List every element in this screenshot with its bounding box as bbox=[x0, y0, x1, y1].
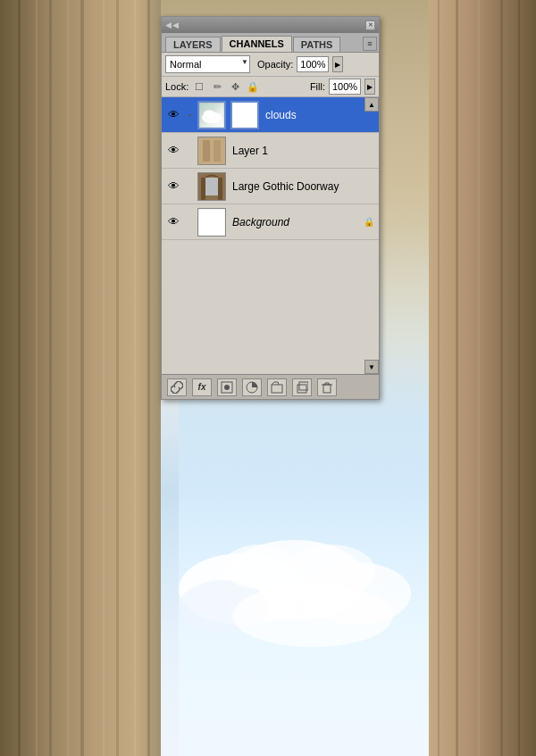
svg-point-35 bbox=[224, 385, 230, 390]
group-layers-button[interactable] bbox=[267, 378, 287, 396]
layers-list: 👁 ▪ clouds 👁 bbox=[162, 97, 379, 374]
link-spacer-background bbox=[184, 214, 195, 230]
svg-rect-2 bbox=[36, 0, 38, 756]
panel-menu-button[interactable]: ≡ bbox=[363, 37, 377, 51]
svg-rect-11 bbox=[438, 0, 440, 756]
svg-rect-27 bbox=[203, 140, 210, 162]
svg-rect-1 bbox=[18, 0, 21, 756]
svg-rect-31 bbox=[218, 178, 222, 200]
link-layers-button[interactable] bbox=[167, 378, 187, 396]
tab-paths[interactable]: PATHS bbox=[293, 37, 341, 52]
svg-rect-9 bbox=[147, 0, 150, 756]
visibility-icon-layer1[interactable]: 👁 bbox=[165, 143, 181, 159]
layer-name-layer1: Layer 1 bbox=[232, 145, 375, 157]
svg-rect-33 bbox=[198, 209, 225, 236]
link-spacer-gothic bbox=[184, 179, 195, 195]
arch-right bbox=[429, 0, 536, 756]
svg-rect-4 bbox=[67, 0, 69, 756]
lock-position-btn[interactable]: ✥ bbox=[228, 79, 242, 94]
layer-mask-clouds bbox=[230, 101, 259, 129]
blend-opacity-row: Normal Dissolve Multiply Screen Overlay … bbox=[162, 53, 379, 77]
layer-name-gothic: Large Gothic Doorway bbox=[232, 180, 375, 193]
layer-thumb-clouds bbox=[197, 101, 226, 129]
svg-rect-32 bbox=[205, 178, 218, 195]
delete-layer-button[interactable] bbox=[317, 378, 337, 396]
svg-rect-12 bbox=[456, 0, 458, 756]
background-lock-icon: 🔒 bbox=[363, 216, 375, 228]
layer-thumb-background bbox=[197, 208, 226, 237]
svg-point-21 bbox=[223, 544, 295, 589]
scroll-up-arrow[interactable]: ▲ bbox=[364, 97, 379, 112]
fill-input[interactable] bbox=[329, 79, 361, 95]
fill-label: Fill: bbox=[310, 81, 325, 92]
title-bar-dots: ◀◀ bbox=[165, 21, 180, 29]
new-layer-button[interactable] bbox=[292, 378, 312, 396]
collapse-icon[interactable]: ◀◀ bbox=[165, 21, 180, 29]
blend-mode-select[interactable]: Normal Dissolve Multiply Screen Overlay bbox=[165, 55, 250, 73]
layer-item-background[interactable]: 👁 Background 🔒 bbox=[162, 204, 379, 240]
bottom-toolbar: fx bbox=[162, 374, 379, 399]
title-bar-controls: ✕ bbox=[365, 21, 375, 30]
lock-image-btn[interactable]: ✏ bbox=[210, 79, 224, 94]
tab-layers[interactable]: LAYERS bbox=[165, 37, 221, 52]
panel-title-bar: ◀◀ ✕ bbox=[162, 17, 379, 33]
add-mask-button[interactable] bbox=[217, 378, 237, 396]
svg-rect-15 bbox=[518, 0, 520, 756]
layer-item-gothic[interactable]: 👁 Large Gothic Doorway bbox=[162, 169, 379, 204]
opacity-arrow[interactable]: ▶ bbox=[332, 56, 343, 72]
clouds-svg bbox=[170, 428, 420, 652]
add-adjustment-button[interactable] bbox=[242, 378, 262, 396]
scroll-down-arrow[interactable]: ▼ bbox=[364, 360, 379, 374]
tab-row: LAYERS CHANNELS PATHS ≡ bbox=[162, 33, 379, 53]
svg-rect-13 bbox=[478, 0, 480, 756]
layers-panel: ◀◀ ✕ LAYERS CHANNELS PATHS ≡ Normal Diss… bbox=[161, 16, 380, 400]
layer-item-layer1[interactable]: 👁 Layer 1 bbox=[162, 133, 379, 169]
svg-rect-6 bbox=[103, 0, 105, 756]
link-spacer-layer1 bbox=[184, 143, 195, 159]
svg-rect-40 bbox=[323, 385, 331, 393]
tab-channels[interactable]: CHANNELS bbox=[222, 36, 292, 52]
layer-thumb-layer1 bbox=[197, 137, 226, 165]
layer-name-background: Background bbox=[232, 216, 360, 228]
blend-mode-wrapper: Normal Dissolve Multiply Screen Overlay bbox=[165, 55, 250, 73]
layer-effects-button[interactable]: fx bbox=[192, 378, 212, 396]
svg-rect-30 bbox=[201, 178, 205, 200]
lock-row: Lock: ☐ ✏ ✥ 🔒 Fill: ▶ bbox=[162, 77, 379, 97]
svg-rect-7 bbox=[116, 0, 119, 756]
lock-label: Lock: bbox=[165, 81, 188, 92]
opacity-label: Opacity: bbox=[257, 59, 293, 70]
fill-arrow[interactable]: ▶ bbox=[364, 79, 375, 95]
layer-name-clouds: clouds bbox=[265, 109, 375, 121]
svg-point-24 bbox=[204, 110, 215, 118]
layers-scroll-container: ▲ 👁 ▪ clouds 👁 bbox=[162, 97, 379, 374]
svg-rect-5 bbox=[80, 0, 84, 756]
layers-empty-area bbox=[162, 240, 379, 329]
opacity-input[interactable] bbox=[297, 56, 329, 72]
svg-rect-37 bbox=[272, 385, 282, 393]
svg-point-22 bbox=[286, 544, 375, 598]
visibility-icon-background[interactable]: 👁 bbox=[165, 214, 181, 230]
lock-transparent-btn[interactable]: ☐ bbox=[192, 79, 206, 94]
fx-label: fx bbox=[198, 382, 206, 392]
svg-rect-8 bbox=[134, 0, 136, 756]
layer-thumb-gothic bbox=[197, 172, 226, 201]
svg-rect-3 bbox=[49, 0, 52, 756]
visibility-icon-clouds[interactable]: 👁 bbox=[165, 107, 181, 123]
svg-rect-28 bbox=[214, 140, 221, 162]
layer-item-clouds[interactable]: 👁 ▪ clouds bbox=[162, 97, 379, 133]
svg-rect-26 bbox=[198, 137, 225, 164]
close-button[interactable]: ✕ bbox=[365, 21, 375, 30]
link-icon-clouds: ▪ bbox=[184, 107, 195, 123]
svg-rect-14 bbox=[500, 0, 503, 756]
lock-all-btn[interactable]: 🔒 bbox=[246, 79, 260, 94]
visibility-icon-gothic[interactable]: 👁 bbox=[165, 179, 181, 195]
